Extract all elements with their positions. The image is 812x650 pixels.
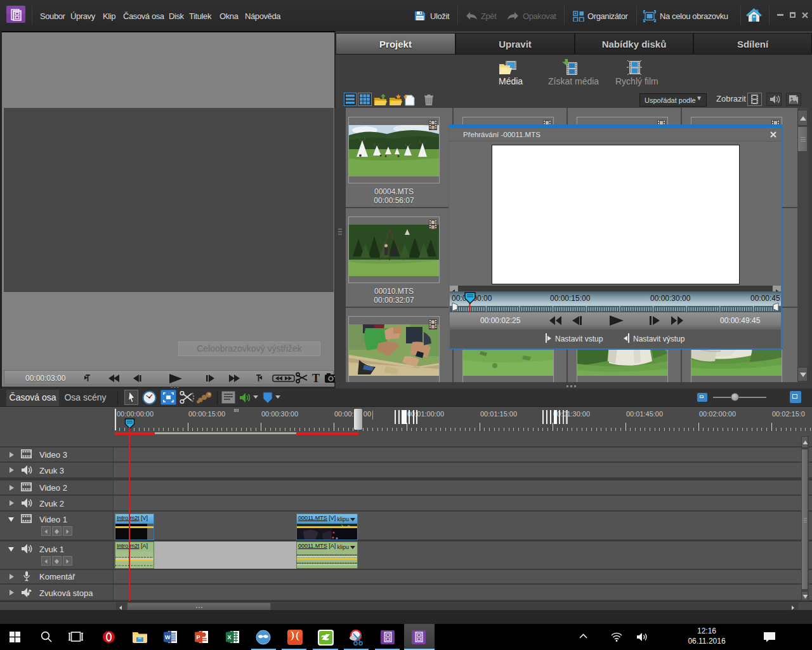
svg-text:P: P	[197, 634, 200, 640]
svg-text:T: T	[312, 372, 320, 385]
svg-text:X: X	[228, 634, 232, 640]
svg-text:W: W	[165, 634, 171, 640]
